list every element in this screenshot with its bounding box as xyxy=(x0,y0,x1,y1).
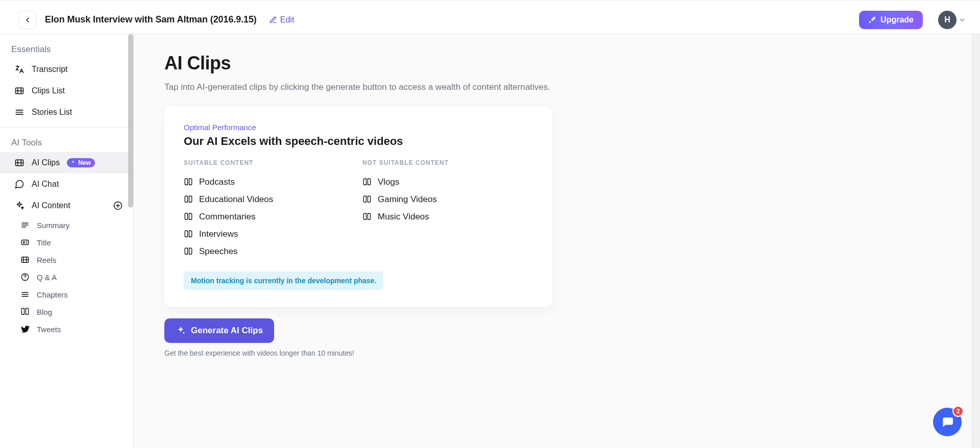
sidebar-item-label: Blog xyxy=(37,308,52,316)
edit-link[interactable]: Edit xyxy=(269,15,295,24)
sidebar-item-ai-content[interactable]: AI Content xyxy=(0,195,133,216)
plus-circle-icon[interactable] xyxy=(113,201,123,211)
sidebar-sub-blog[interactable]: Blog xyxy=(0,303,133,320)
chevron-left-icon xyxy=(23,16,32,24)
sidebar-item-transcript[interactable]: Transcript xyxy=(0,59,133,80)
upgrade-label: Upgrade xyxy=(880,15,914,24)
suitable-item: Podcasts xyxy=(184,173,362,191)
sidebar-item-ai-chat[interactable]: AI Chat xyxy=(0,173,133,195)
list-icon xyxy=(20,290,30,299)
book-icon xyxy=(20,307,30,316)
film-icon xyxy=(20,255,30,264)
chat-icon xyxy=(14,179,24,189)
sidebar-item-label: AI Clips xyxy=(32,158,60,167)
sidebar-item-label: Title xyxy=(37,238,51,247)
dev-notice: Motion tracking is currently in the deve… xyxy=(184,271,383,290)
svg-point-19 xyxy=(23,242,24,243)
chat-bubble-icon xyxy=(941,415,954,429)
performance-card: Optimal Performance Our AI Excels with s… xyxy=(164,107,552,307)
sidebar-section-essentials: Essentials xyxy=(0,34,133,59)
book-icon xyxy=(184,230,193,239)
stack-icon xyxy=(14,107,24,117)
sidebar-item-label: Transcript xyxy=(32,65,68,74)
edit-label: Edit xyxy=(280,15,295,24)
generate-note: Get the best experience with videos long… xyxy=(164,349,980,357)
sidebar-item-ai-clips[interactable]: AI Clips New xyxy=(0,152,133,173)
page-title: Elon Musk Interview with Sam Altman (201… xyxy=(45,14,257,25)
sidebar-sub-chapters[interactable]: Chapters xyxy=(0,286,133,303)
id-card-icon xyxy=(20,238,30,247)
book-icon xyxy=(184,247,193,256)
sidebar: Essentials Transcript Clips List xyxy=(0,34,134,448)
book-icon xyxy=(184,212,193,221)
main-subtitle: Tap into AI-generated clips by clicking … xyxy=(164,82,980,92)
translate-icon xyxy=(14,64,24,74)
generate-ai-clips-button[interactable]: Generate AI Clips xyxy=(164,318,274,343)
svg-rect-18 xyxy=(21,240,29,245)
sidebar-sub-title[interactable]: Title xyxy=(0,234,133,251)
sidebar-item-label: Clips List xyxy=(32,86,65,95)
avatar: H xyxy=(938,11,957,29)
generate-label: Generate AI Clips xyxy=(191,326,263,336)
sidebar-item-label: AI Content xyxy=(32,201,70,210)
card-eyebrow: Optimal Performance xyxy=(184,123,533,132)
topbar: Elon Musk Interview with Sam Altman (201… xyxy=(0,6,980,34)
not-suitable-item: Vlogs xyxy=(362,173,541,191)
sparkles-icon xyxy=(176,326,186,336)
question-icon xyxy=(20,272,30,282)
sidebar-item-label: AI Chat xyxy=(32,180,59,189)
sidebar-sub-qa[interactable]: Q & A xyxy=(0,268,133,286)
film-icon xyxy=(14,158,24,168)
suitable-header: SUITABLE CONTENT xyxy=(184,159,362,166)
sidebar-section-ai-tools: AI Tools xyxy=(0,128,133,152)
lines-icon xyxy=(20,220,30,230)
sidebar-sub-summary[interactable]: Summary xyxy=(0,216,133,234)
suitable-item: Commentaries xyxy=(184,208,362,226)
not-suitable-item: Music Videos xyxy=(362,208,541,226)
sidebar-scrollbar[interactable] xyxy=(128,34,133,208)
book-icon xyxy=(184,178,193,187)
main-scrollbar[interactable] xyxy=(972,34,980,448)
sidebar-item-label: Stories List xyxy=(32,108,72,117)
pencil-icon xyxy=(269,16,277,24)
twitter-icon xyxy=(20,325,30,334)
card-title: Our AI Excels with speech-centric videos xyxy=(184,135,533,148)
main-content: AI Clips Tap into AI-generated clips by … xyxy=(134,34,980,448)
film-icon xyxy=(14,86,24,96)
main-heading: AI Clips xyxy=(164,53,980,74)
book-icon xyxy=(362,195,372,204)
sidebar-item-clips-list[interactable]: Clips List xyxy=(0,80,133,102)
account-menu[interactable]: H xyxy=(931,11,966,29)
suitable-item: Educational Videos xyxy=(184,191,362,208)
book-icon xyxy=(184,195,193,204)
book-icon xyxy=(362,212,372,221)
sidebar-item-label: Summary xyxy=(37,221,69,230)
svg-point-0 xyxy=(873,18,874,19)
sidebar-item-label: Tweets xyxy=(37,325,61,334)
suitable-item: Interviews xyxy=(184,226,362,243)
rocket-icon xyxy=(868,16,876,24)
suitable-item: Speeches xyxy=(184,243,362,260)
sidebar-item-label: Reels xyxy=(37,256,56,264)
not-suitable-item: Gaming Videos xyxy=(362,191,541,208)
unread-badge: 2 xyxy=(952,406,964,417)
chevron-down-icon xyxy=(959,16,966,23)
book-icon xyxy=(362,178,372,187)
not-suitable-header: NOT SUITABLE CONTENT xyxy=(362,159,541,166)
chat-fab[interactable]: 2 xyxy=(933,408,962,436)
new-badge: New xyxy=(67,158,95,167)
sidebar-item-label: Chapters xyxy=(37,290,68,299)
sparkles-icon xyxy=(14,201,24,211)
sidebar-item-stories-list[interactable]: Stories List xyxy=(0,102,133,123)
sidebar-item-label: Q & A xyxy=(37,273,57,282)
sidebar-sub-reels[interactable]: Reels xyxy=(0,251,133,268)
sidebar-sub-tweets[interactable]: Tweets xyxy=(0,320,133,338)
back-button[interactable] xyxy=(18,11,37,29)
upgrade-button[interactable]: Upgrade xyxy=(859,11,923,29)
